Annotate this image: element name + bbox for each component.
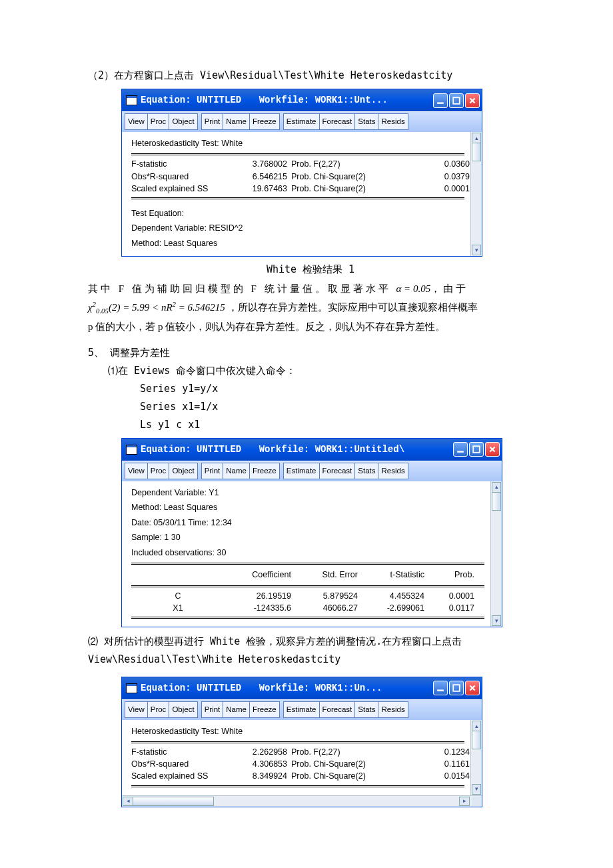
stat-value: 8.349924 xyxy=(228,770,291,782)
titlebar[interactable]: Equation: UNTITLED Workfile: WORK1::Unt.… xyxy=(122,89,482,111)
print-button[interactable]: Print xyxy=(201,463,224,479)
resize-grip-icon[interactable] xyxy=(472,797,481,806)
caption-white-test-1: White 检验结果 1 xyxy=(88,261,533,279)
divider xyxy=(131,563,484,565)
forecast-button[interactable]: Forecast xyxy=(320,463,356,479)
stat-value: 19.67463 xyxy=(228,183,291,195)
vertical-scrollbar[interactable]: ▴ ▾ xyxy=(490,481,502,627)
resids-button[interactable]: Resids xyxy=(378,701,408,718)
view-button[interactable]: View xyxy=(125,113,148,130)
stat-label: Scaled explained SS xyxy=(131,770,228,782)
scroll-thumb[interactable] xyxy=(472,143,481,161)
hetero-test-title: Heteroskedasticity Test: White xyxy=(131,724,464,739)
estimate-button[interactable]: Estimate xyxy=(283,113,320,130)
stat-label: F-statistic xyxy=(131,158,228,170)
name-button[interactable]: Name xyxy=(223,113,250,130)
svg-rect-3 xyxy=(473,446,480,453)
vertical-scrollbar[interactable]: ▴ ▾ xyxy=(470,720,482,795)
proc-button[interactable]: Proc xyxy=(148,463,170,479)
freeze-button[interactable]: Freeze xyxy=(250,113,280,130)
regression-row: X1 -124335.6 46066.27 -2.699061 0.0117 xyxy=(131,602,484,614)
minimize-button[interactable] xyxy=(433,681,448,695)
object-button[interactable]: Object xyxy=(169,463,197,479)
vertical-scrollbar[interactable]: ▴ ▾ xyxy=(470,132,482,256)
window-icon xyxy=(126,683,137,693)
freeze-button[interactable]: Freeze xyxy=(250,463,280,479)
resids-button[interactable]: Resids xyxy=(378,463,408,479)
test-equation-line: Dependent Variable: RESID^2 xyxy=(131,221,464,236)
meta-line: Method: Least Squares xyxy=(131,500,484,515)
view-button[interactable]: View xyxy=(125,463,148,479)
stat-value: 3.768002 xyxy=(228,158,291,170)
scroll-up-icon[interactable]: ▴ xyxy=(472,133,481,143)
maximize-button[interactable] xyxy=(449,681,464,695)
print-button[interactable]: Print xyxy=(201,701,224,718)
prob-label: Prob. F(2,27) xyxy=(291,746,424,758)
toolbar: View Proc Object Print Name Freeze Estim… xyxy=(122,111,482,132)
paragraph-explanation: 其中 F 值为辅助回归模型的 F 统计量值。取显著水平 α = 0.05，由于 xyxy=(88,280,533,298)
scroll-up-icon[interactable]: ▴ xyxy=(492,482,501,493)
minimize-button[interactable] xyxy=(453,442,468,457)
stat-grid: F-statistic 3.768002 Prob. F(2,27) 0.036… xyxy=(131,158,464,194)
prob-value: 0.0001 xyxy=(424,183,470,195)
client-area: Heteroskedasticity Test: White F-statist… xyxy=(122,132,482,256)
view-button[interactable]: View xyxy=(125,701,148,718)
prob-value: 0.0360 xyxy=(424,158,470,170)
title-equation: Equation: UNTITLED xyxy=(141,95,241,105)
forecast-button[interactable]: Forecast xyxy=(320,113,356,130)
name-button[interactable]: Name xyxy=(223,463,250,479)
scroll-down-icon[interactable]: ▾ xyxy=(472,784,481,795)
stats-button[interactable]: Stats xyxy=(355,701,378,718)
print-button[interactable]: Print xyxy=(201,113,224,130)
horizontal-scrollbar[interactable]: ◂ ▸ xyxy=(122,795,482,807)
eviews-window-regression: Equation: UNTITLED Workfile: WORK1::Unti… xyxy=(121,438,502,627)
resids-button[interactable]: Resids xyxy=(378,113,408,130)
divider xyxy=(131,585,484,587)
minimize-button[interactable] xyxy=(433,93,448,108)
close-button[interactable] xyxy=(465,681,480,695)
scroll-thumb[interactable] xyxy=(472,731,481,749)
scroll-down-icon[interactable]: ▾ xyxy=(472,245,481,255)
titlebar[interactable]: Equation: UNTITLED Workfile: WORK1::Unti… xyxy=(122,439,502,461)
proc-button[interactable]: Proc xyxy=(148,113,170,130)
section-5-title: 5、 调整异方差性 xyxy=(88,344,533,362)
window-title: Equation: UNTITLED Workfile: WORK1::Unt.… xyxy=(141,92,433,109)
divider xyxy=(131,741,464,743)
meta-line: Included observations: 30 xyxy=(131,545,484,561)
scroll-right-icon[interactable]: ▸ xyxy=(459,797,470,806)
estimate-button[interactable]: Estimate xyxy=(283,701,320,718)
scroll-thumb[interactable] xyxy=(492,492,501,511)
close-button[interactable] xyxy=(465,93,480,108)
scroll-thumb[interactable] xyxy=(133,797,214,806)
maximize-button[interactable] xyxy=(469,442,484,457)
client-area: Heteroskedasticity Test: White F-statist… xyxy=(122,720,482,795)
close-button[interactable] xyxy=(485,442,500,457)
svg-rect-4 xyxy=(437,690,444,691)
maximize-button[interactable] xyxy=(449,93,464,108)
object-button[interactable]: Object xyxy=(169,113,197,130)
scroll-up-icon[interactable]: ▴ xyxy=(472,721,481,731)
title-equation: Equation: UNTITLED xyxy=(141,683,241,693)
eviews-window-white-test-2: Equation: UNTITLED Workfile: WORK1::Un..… xyxy=(121,677,482,807)
stats-button[interactable]: Stats xyxy=(355,463,378,479)
divider xyxy=(131,153,464,155)
freeze-button[interactable]: Freeze xyxy=(250,701,280,718)
stat-value: 4.306853 xyxy=(228,758,291,770)
scroll-down-icon[interactable]: ▾ xyxy=(492,615,501,626)
title-equation: Equation: UNTITLED xyxy=(141,444,241,455)
stats-button[interactable]: Stats xyxy=(355,113,378,130)
prob-value: 0.0379 xyxy=(424,171,470,183)
estimate-button[interactable]: Estimate xyxy=(283,463,320,479)
test-equation-line: Method: Least Squares xyxy=(131,236,464,251)
command-line: Ls y1 c x1 xyxy=(140,416,533,434)
titlebar[interactable]: Equation: UNTITLED Workfile: WORK1::Un..… xyxy=(122,677,482,699)
window-icon xyxy=(126,445,137,455)
hetero-test-title: Heteroskedasticity Test: White xyxy=(131,136,464,151)
forecast-button[interactable]: Forecast xyxy=(320,701,356,718)
name-button[interactable]: Name xyxy=(223,701,250,718)
client-area: Dependent Variable: Y1 Method: Least Squ… xyxy=(122,481,502,627)
proc-button[interactable]: Proc xyxy=(148,701,170,718)
object-button[interactable]: Object xyxy=(169,701,197,718)
stat-label: Scaled explained SS xyxy=(131,183,228,195)
scroll-left-icon[interactable]: ◂ xyxy=(123,797,133,806)
